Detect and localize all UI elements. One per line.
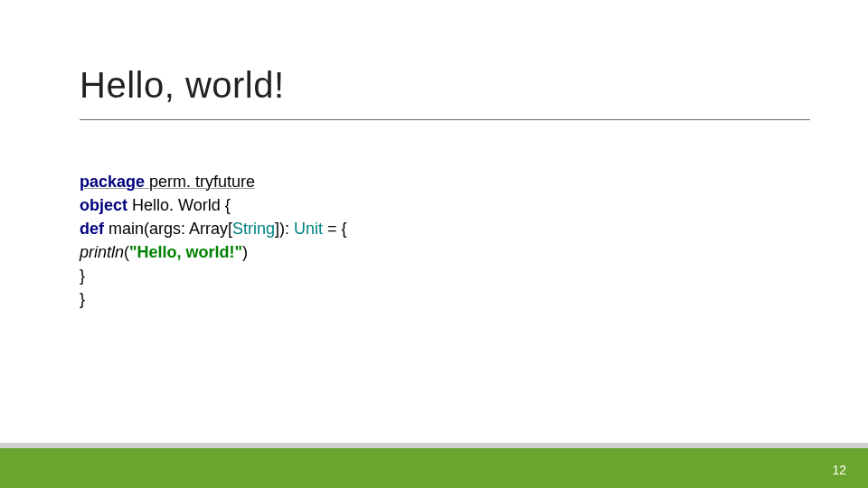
fn-println: println — [80, 243, 124, 261]
slide: Hello, world! package perm. tryfuture ob… — [0, 0, 868, 488]
code-line-5: println("Hello, world!") — [80, 240, 347, 264]
keyword-object: object — [80, 196, 127, 214]
code-line-4: def main(args: Array[String]): Unit = { — [80, 217, 347, 240]
title-divider — [80, 119, 810, 120]
code-line-1: package perm. tryfuture — [80, 170, 347, 193]
paren-close: ) — [242, 243, 248, 261]
page-number: 12 — [832, 463, 846, 477]
sig-4a: main(args: Array[ — [104, 220, 232, 238]
object-decl: Hello. World { — [127, 196, 231, 214]
code-line-7: } — [80, 287, 347, 311]
sig-4c: = { — [323, 220, 347, 238]
keyword-package: package — [80, 173, 145, 191]
package-name: perm. tryfuture — [145, 173, 255, 191]
code-block: package perm. tryfuture object Hello. Wo… — [80, 170, 347, 311]
code-line-6: } — [80, 264, 347, 287]
keyword-def: def — [80, 220, 104, 238]
sig-4b: ]): — [275, 220, 294, 238]
slide-title: Hello, world! — [80, 65, 285, 106]
footer-bar: 12 — [0, 448, 868, 488]
type-string: String — [232, 220, 275, 238]
code-line-3: object Hello. World { — [80, 193, 347, 217]
type-unit: Unit — [294, 220, 323, 238]
string-literal: "Hello, world!" — [129, 243, 242, 261]
